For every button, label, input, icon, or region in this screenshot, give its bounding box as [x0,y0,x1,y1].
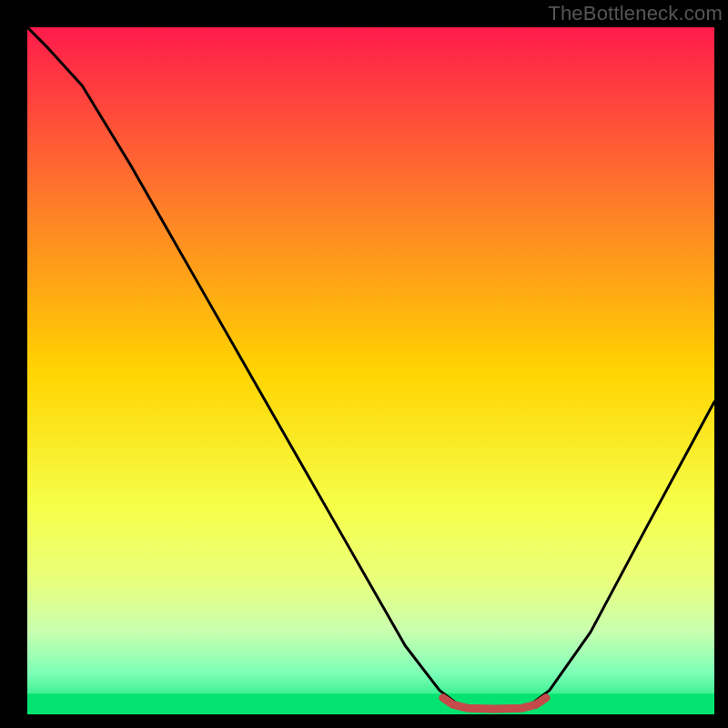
bottleneck-chart: TheBottleneck.com [0,0,728,728]
bottom-green-band [27,693,714,714]
gradient-background [27,27,714,714]
chart-svg [0,0,728,728]
watermark-label: TheBottleneck.com [548,2,723,25]
